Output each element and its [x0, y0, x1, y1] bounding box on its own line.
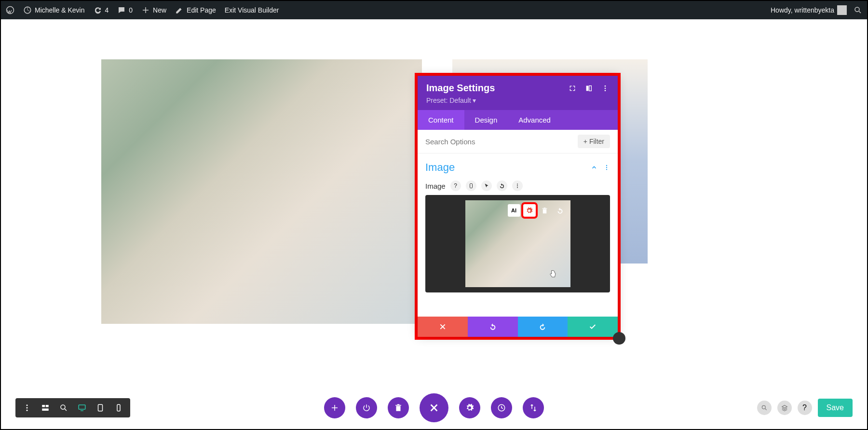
svg-point-10 [606, 169, 607, 170]
svg-rect-4 [589, 85, 592, 91]
svg-point-14 [517, 187, 518, 188]
wp-admin-bar: Michelle & Kevin 4 0 New Edit Page Exit … [1, 1, 867, 19]
help-icon[interactable]: ? [450, 180, 461, 191]
undo-button[interactable] [468, 317, 518, 337]
tablet-view-icon[interactable] [95, 403, 105, 413]
preset-selector[interactable]: Preset: Default ▾ [426, 97, 609, 104]
svg-point-8 [606, 165, 607, 166]
ai-image-button[interactable]: AI [508, 204, 520, 217]
site-title: Michelle & Kevin [35, 6, 85, 14]
apply-button[interactable] [568, 317, 618, 337]
tab-content[interactable]: Content [418, 110, 464, 130]
svg-rect-23 [98, 404, 103, 411]
image-preview-box[interactable]: AI [425, 195, 610, 292]
tab-design[interactable]: Design [464, 110, 508, 130]
search-toggle[interactable] [854, 6, 862, 14]
svg-point-21 [61, 405, 65, 409]
account-link[interactable]: Howdy, writtenbyekta [771, 5, 847, 15]
admin-bar-right: Howdy, writtenbyekta [771, 5, 862, 15]
svg-rect-11 [470, 184, 472, 188]
comments-link[interactable]: 0 [117, 6, 133, 14]
section-title: Image [425, 161, 455, 174]
layers-button[interactable] [777, 401, 792, 415]
updates-link[interactable]: 4 [94, 6, 109, 14]
new-content-link[interactable]: New [141, 6, 166, 14]
modal-header: Image Settings Preset: Default ▾ [418, 76, 618, 110]
delete-image-button[interactable] [539, 204, 551, 217]
svg-point-13 [517, 185, 518, 186]
expand-icon[interactable] [569, 84, 576, 92]
search-options-input[interactable] [425, 138, 578, 146]
plus-icon [141, 6, 150, 14]
snap-icon[interactable] [585, 84, 593, 92]
cancel-button[interactable] [418, 317, 468, 337]
edit-page-label: Edit Page [187, 6, 216, 14]
modal-title: Image Settings [426, 83, 495, 94]
search-icon [854, 6, 862, 14]
close-builder-button[interactable] [420, 393, 448, 422]
center-actions [324, 393, 544, 422]
pencil-icon [175, 6, 184, 14]
svg-point-17 [27, 410, 28, 411]
updates-count: 4 [105, 6, 109, 14]
exit-vb-label: Exit Visual Builder [225, 6, 279, 14]
phone-view-icon[interactable] [114, 403, 123, 413]
svg-point-7 [605, 90, 606, 91]
find-button[interactable] [757, 401, 772, 415]
view-mode-group [15, 398, 130, 417]
power-button[interactable] [356, 397, 377, 418]
add-section-button[interactable] [324, 397, 345, 418]
svg-rect-20 [42, 409, 49, 411]
wp-logo[interactable] [6, 6, 14, 14]
save-button[interactable]: Save [818, 399, 853, 417]
delete-button[interactable] [388, 397, 409, 418]
toolbar-more-icon[interactable] [22, 403, 32, 413]
image-thumbnail[interactable]: AI [465, 200, 570, 287]
edit-page-link[interactable]: Edit Page [175, 6, 216, 14]
more-icon[interactable] [601, 84, 609, 92]
wireframe-view-icon[interactable] [41, 403, 50, 413]
svg-point-2 [855, 7, 859, 12]
desktop-view-icon[interactable] [77, 403, 87, 413]
comment-icon [117, 6, 126, 14]
chevron-up-icon[interactable] [591, 164, 597, 171]
site-name-link[interactable]: Michelle & Kevin [23, 6, 85, 14]
svg-point-15 [27, 404, 28, 406]
reset-icon[interactable] [497, 180, 507, 191]
main-image-module[interactable] [101, 59, 422, 324]
hover-cursor-icon[interactable] [481, 180, 492, 191]
comments-count: 0 [129, 6, 133, 14]
image-settings-gear-button[interactable] [523, 204, 536, 217]
portability-button[interactable] [523, 397, 544, 418]
dashboard-icon [23, 6, 32, 14]
tab-advanced[interactable]: Advanced [508, 110, 561, 130]
cursor-hand-icon [548, 270, 557, 278]
modal-body: Image Image ? [418, 153, 618, 317]
svg-rect-22 [79, 405, 85, 409]
image-settings-modal: Image Settings Preset: Default ▾ Content… [418, 76, 618, 337]
page-settings-button[interactable] [459, 397, 480, 418]
exit-visual-builder-link[interactable]: Exit Visual Builder [225, 6, 279, 14]
svg-point-9 [606, 167, 607, 168]
zoom-view-icon[interactable] [59, 403, 68, 413]
avatar [837, 5, 847, 15]
image-field-label-row: Image ? [425, 180, 610, 191]
refresh-icon [94, 6, 102, 14]
modal-search-bar: +Filter [418, 130, 618, 153]
filter-button[interactable]: +Filter [578, 135, 610, 148]
redo-button[interactable] [518, 317, 568, 337]
page-canvas: Image Settings Preset: Default ▾ Content… [1, 19, 867, 429]
modal-resize-grip[interactable] [613, 332, 625, 345]
section-more-icon[interactable] [603, 164, 610, 171]
reset-image-button[interactable] [554, 204, 567, 217]
field-more-icon[interactable] [512, 180, 523, 191]
image-settings-modal-highlight: Image Settings Preset: Default ▾ Content… [415, 73, 621, 340]
history-button[interactable] [491, 397, 512, 418]
greeting-text: Howdy, writtenbyekta [771, 6, 834, 14]
help-button[interactable]: ? [798, 401, 812, 415]
svg-point-5 [605, 85, 606, 87]
image-section-header[interactable]: Image [425, 161, 610, 174]
svg-rect-24 [117, 404, 120, 411]
responsive-phone-icon[interactable] [466, 180, 476, 191]
svg-point-16 [27, 407, 28, 409]
